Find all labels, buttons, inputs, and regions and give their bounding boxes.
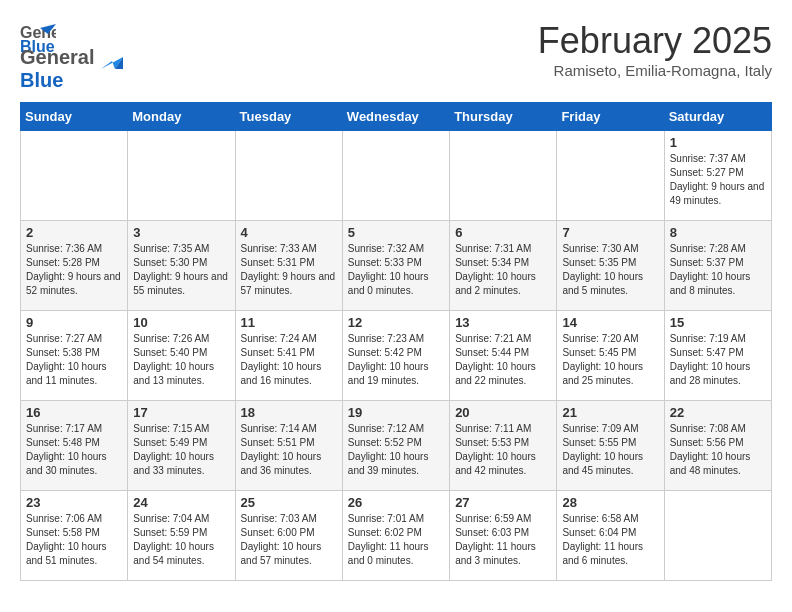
- logo-bird-icon: [101, 51, 123, 69]
- day-number: 11: [241, 315, 337, 330]
- day-info: Sunrise: 7:27 AM Sunset: 5:38 PM Dayligh…: [26, 332, 122, 388]
- day-number: 9: [26, 315, 122, 330]
- day-info: Sunrise: 7:19 AM Sunset: 5:47 PM Dayligh…: [670, 332, 766, 388]
- weekday-header-tuesday: Tuesday: [235, 103, 342, 131]
- calendar-cell: 6Sunrise: 7:31 AM Sunset: 5:34 PM Daylig…: [450, 221, 557, 311]
- calendar-row-5: 23Sunrise: 7:06 AM Sunset: 5:58 PM Dayli…: [21, 491, 772, 581]
- calendar-cell: 5Sunrise: 7:32 AM Sunset: 5:33 PM Daylig…: [342, 221, 449, 311]
- day-info: Sunrise: 7:03 AM Sunset: 6:00 PM Dayligh…: [241, 512, 337, 568]
- day-info: Sunrise: 7:33 AM Sunset: 5:31 PM Dayligh…: [241, 242, 337, 298]
- day-info: Sunrise: 7:14 AM Sunset: 5:51 PM Dayligh…: [241, 422, 337, 478]
- calendar-cell: 25Sunrise: 7:03 AM Sunset: 6:00 PM Dayli…: [235, 491, 342, 581]
- calendar-cell: 7Sunrise: 7:30 AM Sunset: 5:35 PM Daylig…: [557, 221, 664, 311]
- day-info: Sunrise: 7:20 AM Sunset: 5:45 PM Dayligh…: [562, 332, 658, 388]
- calendar-cell: 19Sunrise: 7:12 AM Sunset: 5:52 PM Dayli…: [342, 401, 449, 491]
- calendar-row-1: 1Sunrise: 7:37 AM Sunset: 5:27 PM Daylig…: [21, 131, 772, 221]
- day-info: Sunrise: 7:17 AM Sunset: 5:48 PM Dayligh…: [26, 422, 122, 478]
- day-number: 21: [562, 405, 658, 420]
- day-number: 20: [455, 405, 551, 420]
- day-number: 3: [133, 225, 229, 240]
- calendar-cell: 24Sunrise: 7:04 AM Sunset: 5:59 PM Dayli…: [128, 491, 235, 581]
- day-info: Sunrise: 7:31 AM Sunset: 5:34 PM Dayligh…: [455, 242, 551, 298]
- day-number: 16: [26, 405, 122, 420]
- day-info: Sunrise: 7:35 AM Sunset: 5:30 PM Dayligh…: [133, 242, 229, 298]
- day-number: 26: [348, 495, 444, 510]
- title-area: February 2025 Ramiseto, Emilia-Romagna, …: [538, 20, 772, 79]
- day-number: 8: [670, 225, 766, 240]
- day-info: Sunrise: 7:01 AM Sunset: 6:02 PM Dayligh…: [348, 512, 444, 568]
- day-number: 7: [562, 225, 658, 240]
- weekday-header-thursday: Thursday: [450, 103, 557, 131]
- calendar-cell: 17Sunrise: 7:15 AM Sunset: 5:49 PM Dayli…: [128, 401, 235, 491]
- calendar-cell: 12Sunrise: 7:23 AM Sunset: 5:42 PM Dayli…: [342, 311, 449, 401]
- logo-general: General: [20, 46, 94, 68]
- day-number: 13: [455, 315, 551, 330]
- calendar-cell: 20Sunrise: 7:11 AM Sunset: 5:53 PM Dayli…: [450, 401, 557, 491]
- weekday-header-sunday: Sunday: [21, 103, 128, 131]
- calendar-cell: 18Sunrise: 7:14 AM Sunset: 5:51 PM Dayli…: [235, 401, 342, 491]
- day-info: Sunrise: 7:04 AM Sunset: 5:59 PM Dayligh…: [133, 512, 229, 568]
- calendar-cell: [21, 131, 128, 221]
- weekday-header-row: SundayMondayTuesdayWednesdayThursdayFrid…: [21, 103, 772, 131]
- day-number: 4: [241, 225, 337, 240]
- day-number: 15: [670, 315, 766, 330]
- calendar-cell: 21Sunrise: 7:09 AM Sunset: 5:55 PM Dayli…: [557, 401, 664, 491]
- day-info: Sunrise: 6:58 AM Sunset: 6:04 PM Dayligh…: [562, 512, 658, 568]
- calendar-cell: 23Sunrise: 7:06 AM Sunset: 5:58 PM Dayli…: [21, 491, 128, 581]
- day-number: 28: [562, 495, 658, 510]
- day-number: 24: [133, 495, 229, 510]
- calendar-cell: 27Sunrise: 6:59 AM Sunset: 6:03 PM Dayli…: [450, 491, 557, 581]
- day-number: 5: [348, 225, 444, 240]
- logo: General Blue General Blue: [20, 20, 123, 92]
- location: Ramiseto, Emilia-Romagna, Italy: [538, 62, 772, 79]
- calendar-cell: 8Sunrise: 7:28 AM Sunset: 5:37 PM Daylig…: [664, 221, 771, 311]
- calendar-cell: 9Sunrise: 7:27 AM Sunset: 5:38 PM Daylig…: [21, 311, 128, 401]
- calendar-table: SundayMondayTuesdayWednesdayThursdayFrid…: [20, 102, 772, 581]
- day-number: 2: [26, 225, 122, 240]
- day-number: 17: [133, 405, 229, 420]
- calendar-cell: 4Sunrise: 7:33 AM Sunset: 5:31 PM Daylig…: [235, 221, 342, 311]
- calendar-cell: 2Sunrise: 7:36 AM Sunset: 5:28 PM Daylig…: [21, 221, 128, 311]
- calendar-cell: [128, 131, 235, 221]
- day-number: 19: [348, 405, 444, 420]
- day-info: Sunrise: 7:28 AM Sunset: 5:37 PM Dayligh…: [670, 242, 766, 298]
- day-info: Sunrise: 7:32 AM Sunset: 5:33 PM Dayligh…: [348, 242, 444, 298]
- day-info: Sunrise: 7:11 AM Sunset: 5:53 PM Dayligh…: [455, 422, 551, 478]
- calendar-cell: 10Sunrise: 7:26 AM Sunset: 5:40 PM Dayli…: [128, 311, 235, 401]
- day-info: Sunrise: 7:23 AM Sunset: 5:42 PM Dayligh…: [348, 332, 444, 388]
- month-title: February 2025: [538, 20, 772, 62]
- day-info: Sunrise: 7:30 AM Sunset: 5:35 PM Dayligh…: [562, 242, 658, 298]
- calendar-row-3: 9Sunrise: 7:27 AM Sunset: 5:38 PM Daylig…: [21, 311, 772, 401]
- day-number: 1: [670, 135, 766, 150]
- day-info: Sunrise: 6:59 AM Sunset: 6:03 PM Dayligh…: [455, 512, 551, 568]
- calendar-cell: 1Sunrise: 7:37 AM Sunset: 5:27 PM Daylig…: [664, 131, 771, 221]
- day-number: 12: [348, 315, 444, 330]
- day-number: 25: [241, 495, 337, 510]
- day-number: 22: [670, 405, 766, 420]
- weekday-header-wednesday: Wednesday: [342, 103, 449, 131]
- calendar-cell: 11Sunrise: 7:24 AM Sunset: 5:41 PM Dayli…: [235, 311, 342, 401]
- calendar-cell: 13Sunrise: 7:21 AM Sunset: 5:44 PM Dayli…: [450, 311, 557, 401]
- day-info: Sunrise: 7:21 AM Sunset: 5:44 PM Dayligh…: [455, 332, 551, 388]
- weekday-header-saturday: Saturday: [664, 103, 771, 131]
- day-info: Sunrise: 7:08 AM Sunset: 5:56 PM Dayligh…: [670, 422, 766, 478]
- day-number: 6: [455, 225, 551, 240]
- calendar-cell: [664, 491, 771, 581]
- day-info: Sunrise: 7:24 AM Sunset: 5:41 PM Dayligh…: [241, 332, 337, 388]
- day-info: Sunrise: 7:15 AM Sunset: 5:49 PM Dayligh…: [133, 422, 229, 478]
- calendar-cell: [235, 131, 342, 221]
- calendar-row-2: 2Sunrise: 7:36 AM Sunset: 5:28 PM Daylig…: [21, 221, 772, 311]
- day-number: 18: [241, 405, 337, 420]
- calendar-cell: 22Sunrise: 7:08 AM Sunset: 5:56 PM Dayli…: [664, 401, 771, 491]
- calendar-row-4: 16Sunrise: 7:17 AM Sunset: 5:48 PM Dayli…: [21, 401, 772, 491]
- calendar-cell: 3Sunrise: 7:35 AM Sunset: 5:30 PM Daylig…: [128, 221, 235, 311]
- day-info: Sunrise: 7:09 AM Sunset: 5:55 PM Dayligh…: [562, 422, 658, 478]
- day-number: 23: [26, 495, 122, 510]
- calendar-cell: 15Sunrise: 7:19 AM Sunset: 5:47 PM Dayli…: [664, 311, 771, 401]
- weekday-header-monday: Monday: [128, 103, 235, 131]
- day-number: 14: [562, 315, 658, 330]
- calendar-cell: [557, 131, 664, 221]
- calendar-cell: [342, 131, 449, 221]
- calendar-cell: 16Sunrise: 7:17 AM Sunset: 5:48 PM Dayli…: [21, 401, 128, 491]
- day-info: Sunrise: 7:36 AM Sunset: 5:28 PM Dayligh…: [26, 242, 122, 298]
